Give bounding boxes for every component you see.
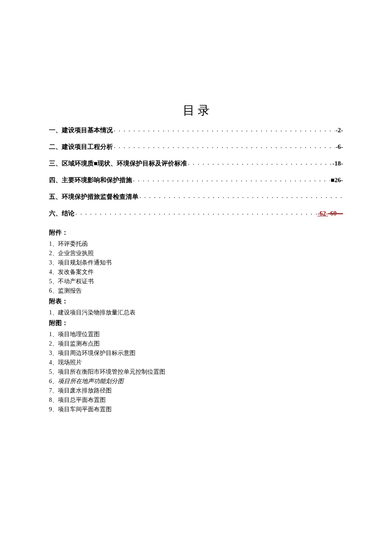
futu-heading: 附图： (49, 319, 343, 327)
toc-page: -62--60— (317, 210, 343, 217)
futu-item: 9、项目车间平面布置图 (49, 405, 343, 414)
fubiao-item: 1、建设项目污染物排放量汇总表 (49, 308, 343, 317)
toc-label: 六、结论 (49, 209, 75, 218)
toc-entry-1: 一、建设项目基本情况 . . . . . . . . . . . . . . .… (49, 126, 343, 134)
fujian-item: 6、监测报告 (49, 286, 343, 296)
toc-dots: . . . . . . . . . . . . . . . . . . . . … (75, 209, 317, 216)
toc-label: 五、环境保护措旅监督检查清单 (49, 193, 138, 201)
toc-dots: . . . . . . . . . . . . . . . . . . . . … (114, 142, 335, 150)
fujian-item: 4、发改备案文件 (49, 267, 343, 277)
toc-page: -6- (336, 143, 343, 151)
toc-entry-3: 三、区域环境质■现状、环境保护目标及评价标准 . . . . . . . . .… (49, 160, 343, 168)
futu-item: 7、项目废水排放路径图 (49, 386, 343, 395)
toc-entry-5: 五、环境保护措旅监督检查清单 . . . . . . . . . . . . .… (49, 193, 343, 201)
futu-item: 1、项目地理位置图 (49, 330, 343, 339)
toc-label: 一、建设项目基本情况 (49, 126, 113, 134)
toc-dots: . . . . . . . . . . . . . . . . . . . . … (139, 192, 342, 200)
toc-label: 二、建设项目工程分析 (49, 143, 113, 151)
fujian-item: 5、不动产权证书 (49, 277, 343, 286)
toc-entry-2: 二、建设项目工程分析 . . . . . . . . . . . . . . .… (49, 143, 343, 151)
page-revised: -62- (317, 210, 328, 217)
toc-page: -2- (336, 127, 343, 134)
futu-item: 6、项目所在地声功能划分图 (49, 377, 343, 386)
fujian-item: 1、环评委托函 (49, 239, 343, 249)
document-page: 目 录 一、建设项目基本情况 . . . . . . . . . . . . .… (0, 0, 392, 414)
toc-entry-6: 六、结论 . . . . . . . . . . . . . . . . . .… (49, 209, 343, 218)
futu-item: 8、项目总平面布置图 (49, 395, 343, 405)
toc-dots: . . . . . . . . . . . . . . . . . . . . … (114, 126, 335, 133)
futu-item: 2、项目监测布点图 (49, 339, 343, 349)
futu-item: 4、现场照片 (49, 358, 343, 367)
toc-entry-4: 四、主要环境影响和保护措施 . . . . . . . . . . . . . … (49, 176, 343, 184)
toc-dots: . . . . . . . . . . . . . . . . . . . . … (188, 159, 331, 166)
toc-title: 目 录 (49, 102, 343, 119)
fujian-item: 3、项目规划条件通知书 (49, 258, 343, 267)
fubiao-heading: 附表： (49, 297, 343, 305)
toc-label: 三、区域环境质■现状、环境保护目标及评价标准 (49, 160, 187, 168)
futu-item: 3、项目周边环境保护目标示意图 (49, 349, 343, 358)
toc-label: 四、主要环境影响和保护措施 (49, 176, 132, 184)
fujian-item: 2、企业营业执照 (49, 249, 343, 258)
fujian-heading: 附件： (49, 229, 343, 237)
toc-page: -18- (332, 160, 343, 167)
toc-dots: . . . . . . . . . . . . . . . . . . . . … (133, 176, 330, 183)
futu-item: 5、项目所在衡阳市环境管控单元控制位置图 (49, 367, 343, 377)
toc-page: ■26- (331, 177, 343, 184)
page-strikethrough: -60— (328, 210, 343, 217)
